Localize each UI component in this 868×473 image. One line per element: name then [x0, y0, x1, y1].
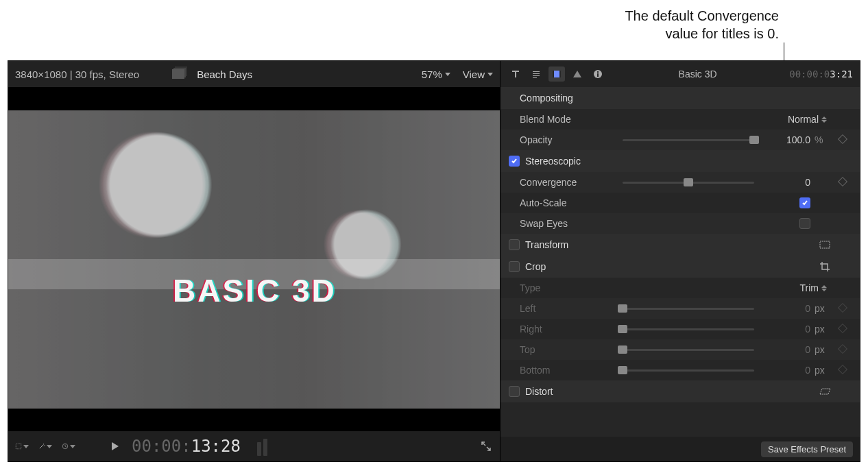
play-button[interactable]	[108, 439, 122, 453]
chevron-down-icon	[445, 73, 450, 76]
row-crop-left: Left 0 px	[501, 298, 860, 319]
video-inspector-tab[interactable]	[548, 66, 565, 82]
slider-thumb[interactable]	[618, 345, 627, 354]
crop-right-slider[interactable]	[623, 328, 754, 330]
opacity-keyframe[interactable]	[834, 135, 852, 145]
section-compositing: Compositing	[501, 87, 860, 109]
crop-top-value[interactable]: 0	[762, 344, 810, 355]
distort-icon[interactable]	[809, 387, 841, 396]
text-inspector-tab[interactable]	[507, 66, 524, 82]
callout-text: The default Convergence value for titles…	[625, 7, 779, 43]
transform-icon[interactable]	[809, 240, 841, 250]
inspector-panel: Basic 3D 00:00:03:21 Compositing Blend M…	[501, 61, 860, 461]
svg-rect-0	[16, 444, 21, 449]
blend-mode-popup[interactable]: Normal	[788, 114, 827, 125]
viewer-canvas[interactable]: BASIC 3D	[8, 87, 500, 431]
section-stereoscopic: Stereoscopic	[501, 150, 860, 172]
slider-thumb[interactable]	[749, 136, 759, 144]
updown-icon	[821, 117, 827, 123]
row-crop-bottom: Bottom 0 px	[501, 360, 860, 380]
inspector-footer: Save Effects Preset	[501, 437, 860, 461]
opacity-value[interactable]: 100.0	[762, 134, 810, 145]
paragraph-inspector-tab[interactable]	[528, 66, 544, 82]
crop-left-keyframe[interactable]	[834, 304, 852, 313]
crop-checkbox[interactable]	[509, 261, 520, 272]
inspector-title: Basic 3D	[610, 69, 785, 80]
stereoscopic-checkbox[interactable]	[509, 156, 520, 167]
crop-bottom-slider[interactable]	[623, 369, 754, 372]
view-label: View	[463, 69, 485, 80]
convergence-label: Convergence	[520, 177, 616, 188]
row-swap-eyes: Swap Eyes	[501, 213, 860, 234]
crop-left-value[interactable]: 0	[762, 303, 810, 314]
svg-rect-5	[553, 71, 554, 77]
crop-bottom-keyframe[interactable]	[834, 365, 852, 375]
inspector-header: Basic 3D 00:00:03:21	[501, 61, 860, 87]
retime-tool-dropdown[interactable]	[62, 439, 75, 453]
crop-left-slider[interactable]	[623, 308, 754, 310]
swap-eyes-checkbox[interactable]	[799, 218, 810, 229]
transform-label: Transform	[525, 239, 568, 250]
distort-checkbox[interactable]	[509, 386, 520, 397]
crop-right-keyframe[interactable]	[834, 324, 852, 334]
convergence-keyframe[interactable]	[834, 178, 852, 187]
view-dropdown[interactable]: View	[463, 69, 493, 80]
convergence-slider[interactable]	[623, 182, 754, 184]
chevron-down-icon	[23, 445, 29, 448]
slider-thumb[interactable]	[684, 178, 693, 186]
stereoscopic-label: Stereoscopic	[525, 156, 581, 167]
slider-thumb[interactable]	[618, 366, 627, 374]
distort-label: Distort	[525, 386, 553, 397]
chevron-down-icon	[487, 73, 493, 76]
section-crop: Crop	[501, 256, 860, 278]
svg-point-1	[43, 444, 44, 444]
chevron-down-icon	[70, 445, 75, 448]
row-crop-top: Top 0 px	[501, 339, 860, 360]
svg-point-2	[44, 445, 45, 446]
opacity-slider[interactable]	[623, 139, 754, 141]
crop-type-popup[interactable]: Trim	[800, 282, 827, 293]
fullscreen-button[interactable]	[479, 439, 493, 453]
crop-type-label: Type	[520, 282, 616, 293]
viewer-header: 3840×1080 | 30 fps, Stereo Beach Days 57…	[8, 61, 500, 87]
svg-rect-8	[597, 73, 599, 77]
crop-label: Crop	[525, 261, 546, 272]
transform-checkbox[interactable]	[509, 239, 520, 250]
blend-mode-label: Blend Mode	[520, 114, 616, 125]
anaglyph-preview-image	[8, 110, 500, 409]
slider-thumb[interactable]	[618, 304, 627, 313]
play-icon	[112, 442, 119, 450]
crop-bottom-value[interactable]: 0	[762, 365, 810, 376]
opacity-unit: %	[815, 134, 827, 145]
row-crop-type: Type Trim	[501, 278, 860, 298]
save-effects-preset-button[interactable]: Save Effects Preset	[761, 441, 853, 457]
svg-rect-6	[559, 71, 561, 77]
enhance-tool-dropdown[interactable]	[38, 439, 52, 453]
inspector-timecode: 00:00:03:21	[789, 69, 853, 80]
auto-scale-label: Auto-Scale	[520, 197, 616, 208]
crop-top-slider[interactable]	[623, 349, 754, 351]
svg-rect-10	[820, 241, 830, 248]
transform-tool-dropdown[interactable]	[15, 439, 29, 453]
info-inspector-tab[interactable]	[590, 66, 606, 82]
svg-rect-9	[597, 71, 599, 73]
slider-thumb[interactable]	[618, 325, 627, 333]
section-transform: Transform	[501, 234, 860, 256]
generator-inspector-tab[interactable]	[569, 66, 586, 82]
crop-right-value[interactable]: 0	[762, 324, 810, 335]
crop-top-keyframe[interactable]	[834, 345, 852, 354]
viewer-format-info: 3840×1080 | 30 fps, Stereo	[15, 69, 139, 80]
auto-scale-checkbox[interactable]	[799, 197, 810, 208]
inspector-body: Compositing Blend Mode Normal Opacity	[501, 87, 860, 437]
row-crop-right: Right 0 px	[501, 319, 860, 339]
row-blend-mode: Blend Mode Normal	[501, 109, 860, 130]
opacity-label: Opacity	[520, 134, 616, 145]
convergence-value[interactable]: 0	[762, 177, 810, 188]
viewer-timecode[interactable]: 00:00:13:28	[132, 437, 241, 456]
zoom-dropdown[interactable]: 57%	[422, 69, 450, 80]
crop-icon[interactable]	[809, 261, 841, 272]
row-auto-scale: Auto-Scale	[501, 193, 860, 213]
audio-meter[interactable]	[257, 437, 269, 456]
row-opacity: Opacity 100.0 %	[501, 130, 860, 150]
viewer-panel: 3840×1080 | 30 fps, Stereo Beach Days 57…	[8, 61, 501, 461]
